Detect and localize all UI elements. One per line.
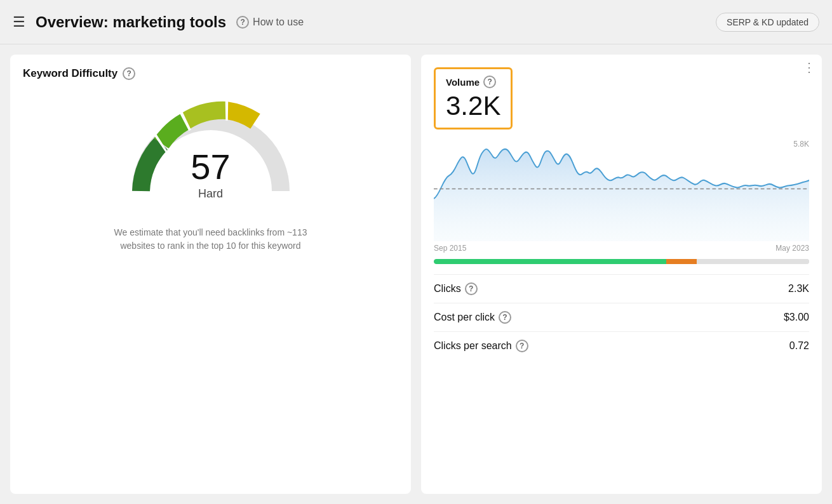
- cpc-stat-row: Cost per click ? $3.00: [434, 303, 809, 331]
- kd-title: Keyword Difficulty: [23, 67, 117, 80]
- question-icon: ?: [236, 16, 249, 29]
- main-content: Keyword Difficulty ? 57: [0, 44, 832, 504]
- cpc-label: Cost per click ?: [434, 311, 511, 324]
- cps-help-icon[interactable]: ?: [516, 340, 528, 352]
- clicks-label: Clicks ?: [434, 282, 478, 295]
- volume-value: 3.2K: [446, 91, 500, 121]
- chart-max-label: 5.8K: [793, 140, 809, 149]
- cpc-help-icon[interactable]: ?: [499, 311, 511, 324]
- progress-orange: [666, 259, 696, 264]
- clicks-progress-bar: [434, 259, 809, 264]
- chart-dates: Sep 2015 May 2023: [434, 244, 809, 253]
- volume-label: Volume ?: [446, 76, 500, 88]
- gauge-value: 57 Hard: [191, 149, 230, 201]
- cps-label-text: Clicks per search: [434, 340, 512, 352]
- cps-stat-row: Clicks per search ? 0.72: [434, 331, 809, 360]
- help-group[interactable]: ? How to use: [236, 16, 304, 29]
- volume-card: ⋮ Volume ? 3.2K 5.8K: [421, 55, 822, 494]
- gauge-number: 57: [191, 149, 230, 185]
- kd-card-header: Keyword Difficulty ?: [23, 67, 398, 80]
- volume-label-text: Volume: [446, 77, 480, 88]
- gauge-label-text: Hard: [191, 187, 230, 201]
- header: ☰ Overview: marketing tools ? How to use…: [0, 0, 832, 44]
- clicks-value: 2.3K: [788, 283, 809, 295]
- kd-help-icon[interactable]: ?: [123, 67, 135, 80]
- page-title: Overview: marketing tools: [36, 13, 226, 31]
- how-to-use-label: How to use: [253, 17, 304, 28]
- volume-help-icon[interactable]: ?: [483, 76, 496, 88]
- cpc-label-text: Cost per click: [434, 312, 495, 323]
- more-options-icon[interactable]: ⋮: [803, 61, 815, 74]
- menu-icon[interactable]: ☰: [13, 15, 25, 29]
- progress-green: [434, 259, 666, 264]
- kd-description: We estimate that you'll need backlinks f…: [109, 226, 312, 253]
- volume-box: Volume ? 3.2K: [434, 67, 513, 129]
- chart-date-start: Sep 2015: [434, 244, 466, 253]
- gauge-container: 57 Hard: [122, 93, 300, 207]
- cpc-value: $3.00: [784, 312, 809, 323]
- progress-rest: [697, 259, 809, 264]
- cps-label: Clicks per search ?: [434, 340, 528, 352]
- clicks-stat-row: Clicks ? 2.3K: [434, 274, 809, 303]
- keyword-difficulty-card: Keyword Difficulty ? 57: [10, 55, 411, 494]
- chart-date-end: May 2023: [775, 244, 809, 253]
- volume-chart: 5.8K: [434, 140, 809, 241]
- clicks-help-icon[interactable]: ?: [465, 282, 478, 295]
- cps-value: 0.72: [789, 340, 809, 352]
- volume-chart-svg: [434, 140, 809, 241]
- clicks-label-text: Clicks: [434, 283, 461, 295]
- serp-badge[interactable]: SERP & KD updated: [716, 13, 819, 32]
